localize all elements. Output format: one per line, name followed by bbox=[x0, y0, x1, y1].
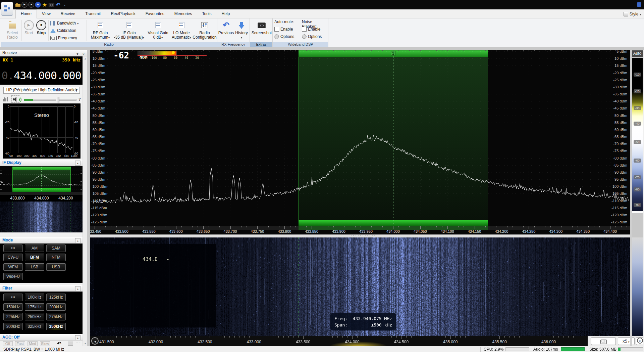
style-picker[interactable]: Style bbox=[624, 11, 641, 17]
if-display-header[interactable]: IF Display bbox=[0, 160, 83, 166]
play-icon[interactable]: ▶ bbox=[21, 2, 28, 8]
if-waterfall[interactable] bbox=[0, 202, 83, 232]
mode-button-dots[interactable]: ••• bbox=[3, 245, 23, 252]
chevron-down-icon[interactable]: ⌄⌄ bbox=[76, 341, 81, 344]
history-button[interactable]: History bbox=[234, 19, 249, 42]
bandwidth-button[interactable]: Bandwidth bbox=[50, 20, 79, 27]
freq-tick-top bbox=[458, 50, 459, 51]
main-waterfall[interactable]: 434.0 - Freq:433.940.075 MHz Span:±500 k… bbox=[90, 237, 630, 336]
start-button[interactable]: ▶ Start bbox=[23, 19, 35, 42]
app-menu-button[interactable] bbox=[1, 2, 13, 16]
screenshot-button[interactable]: Screenshot bbox=[251, 19, 272, 42]
collapse-icon[interactable] bbox=[75, 161, 80, 166]
camera-icon[interactable] bbox=[48, 2, 54, 8]
filter-button-250khz[interactable]: 250kHz bbox=[25, 313, 44, 320]
select-radio-button[interactable]: SelectRadio bbox=[3, 19, 21, 42]
noise-blanker-enable-checkbox[interactable]: Enable bbox=[302, 26, 320, 33]
stop-icon[interactable]: ■ bbox=[28, 2, 34, 8]
filter-button-150khz[interactable]: 150kHz bbox=[3, 303, 23, 311]
open-folder-icon[interactable] bbox=[15, 2, 21, 8]
mode-button-sam[interactable]: SAM bbox=[46, 245, 66, 252]
freq-tick bbox=[366, 226, 366, 229]
customize-toolbar-icon[interactable]: ⌄ bbox=[62, 2, 68, 8]
mute-speaker-icon[interactable] bbox=[11, 95, 20, 103]
filter-button-125khz[interactable]: 125kHz bbox=[46, 294, 66, 301]
visual-gain-button[interactable]: Visual Gain0 dB bbox=[146, 19, 170, 42]
radio-configuration-button[interactable]: RadioConfiguration bbox=[193, 19, 217, 42]
filter-header[interactable]: Filter bbox=[0, 285, 83, 292]
tab-receive[interactable]: Receive bbox=[56, 9, 80, 18]
mode-button-am[interactable]: AM bbox=[25, 245, 44, 252]
auto-mute-options-button[interactable]: Options bbox=[274, 33, 294, 40]
equalizer-icon[interactable] bbox=[3, 95, 9, 101]
previous-button[interactable]: ↶ Previous bbox=[218, 19, 234, 42]
zoom-level-button[interactable]: x5 ▸ bbox=[618, 337, 635, 345]
tab-transmit[interactable]: Transmit bbox=[80, 9, 106, 18]
filter-button-225khz[interactable]: 225kHz bbox=[3, 313, 23, 320]
frequency-display[interactable]: RX 1 350 kHz 0.434.000.000 bbox=[0, 56, 83, 85]
collapse-icon[interactable] bbox=[75, 286, 80, 291]
collapse-icon[interactable] bbox=[75, 238, 80, 243]
auto-mute-enable-checkbox[interactable]: Enable bbox=[274, 26, 293, 33]
filter-button-350khz[interactable]: 350kHz bbox=[46, 323, 66, 330]
keyboard-entry-button[interactable] bbox=[591, 337, 616, 345]
noise-blanker-options-button[interactable]: Options bbox=[302, 33, 322, 40]
spectrum-colorbar[interactable]: -10-20-30-40-50-60-70-80-90 bbox=[632, 58, 643, 211]
agc-button-off[interactable]: Off bbox=[3, 341, 13, 346]
agc-header[interactable]: AGC: Off bbox=[0, 334, 83, 341]
freq-tick bbox=[181, 226, 182, 227]
filter-button-200khz[interactable]: 200kHz bbox=[46, 303, 66, 311]
audio-device-select[interactable]: HP (Périphérique High Definition Audio)▼ bbox=[3, 87, 80, 94]
tab-memories[interactable]: Memories bbox=[169, 9, 197, 18]
filter-button-275khz[interactable]: 275kHz bbox=[46, 313, 66, 320]
filter-button-dots[interactable]: ••• bbox=[3, 294, 23, 301]
freq-tick bbox=[247, 226, 247, 227]
if-spectrum[interactable] bbox=[0, 166, 83, 195]
freq-tick-top bbox=[171, 50, 171, 51]
tab-rec-playback[interactable]: Rec/Playback bbox=[106, 9, 140, 18]
add-icon[interactable]: + bbox=[35, 2, 41, 8]
filter-button-300khz[interactable]: 300kHz bbox=[3, 323, 23, 330]
lo-mode-button[interactable]: LO ModeAutomatic bbox=[170, 19, 193, 42]
tab-tools[interactable]: Tools bbox=[197, 9, 217, 18]
panel-scrollbar[interactable]: ▲ ▼ bbox=[83, 56, 87, 346]
freq-tick-top bbox=[621, 50, 622, 51]
tab-help[interactable]: Help bbox=[217, 9, 235, 18]
scroll-up-icon[interactable]: ▲ bbox=[83, 57, 87, 61]
colorbar-auto-label[interactable]: Auto bbox=[632, 50, 643, 57]
frequency-button[interactable]: Frequency bbox=[50, 35, 77, 41]
mode-button-nfm[interactable]: NFM bbox=[46, 254, 66, 261]
mode-button-wfm[interactable]: WFM bbox=[3, 263, 23, 271]
stop-button[interactable]: ■ Stop bbox=[35, 19, 48, 42]
collapse-icon[interactable] bbox=[75, 335, 80, 340]
mode-button-usb[interactable]: USB bbox=[46, 263, 66, 271]
favourites-star-icon[interactable]: ★ bbox=[42, 2, 48, 8]
waterfall-colorbar[interactable] bbox=[632, 237, 643, 336]
tuned-frequency[interactable]: 0.434.000.000 bbox=[2, 69, 81, 82]
rf-gain-button[interactable]: RF GainMaximum bbox=[88, 19, 113, 42]
tab-view[interactable]: View bbox=[37, 9, 56, 18]
agc-button-slow[interactable]: Slow bbox=[40, 341, 50, 346]
mode-button-cwu[interactable]: CW-U bbox=[3, 254, 23, 261]
mode-header[interactable]: Mode bbox=[0, 237, 83, 244]
if-gain-button[interactable]: IF Gain-35 dB (Manual) bbox=[113, 19, 146, 42]
filter-button-175khz[interactable]: 175kHz bbox=[25, 303, 44, 311]
mode-button-bfm[interactable]: BFM bbox=[25, 254, 44, 261]
undo-icon[interactable]: ↶ bbox=[55, 2, 61, 8]
main-spectrum[interactable]: 1 -62 dBm -120-100-80-60-40-20 -5 dBm-5 … bbox=[90, 50, 630, 234]
agc-button-med[interactable]: Med bbox=[28, 341, 38, 346]
band-navigator[interactable]: 431.500432.000432.500433.000433.500434.0… bbox=[90, 336, 630, 346]
calibration-button[interactable]: Calibration bbox=[50, 27, 76, 34]
tab-home[interactable]: Home bbox=[15, 9, 37, 19]
filter-button-100khz[interactable]: 100kHz bbox=[25, 294, 44, 301]
filter-button-325khz[interactable]: 325kHz bbox=[25, 323, 44, 330]
agc-button-fast[interactable]: Fast bbox=[15, 341, 25, 346]
tab-favourites[interactable]: Favourites bbox=[141, 9, 169, 18]
scroll-down-icon[interactable]: ▼ bbox=[83, 342, 87, 346]
mode-button-lsb[interactable]: LSB bbox=[25, 263, 44, 271]
volume-slider-handle[interactable] bbox=[56, 97, 59, 103]
receive-panel-header[interactable]: Receive ▼ × bbox=[0, 50, 87, 56]
mode-button-wideu[interactable]: Wide-U bbox=[3, 273, 23, 280]
tag-icon[interactable] bbox=[68, 342, 73, 346]
scroll-left-button[interactable]: ◂ bbox=[91, 337, 99, 345]
